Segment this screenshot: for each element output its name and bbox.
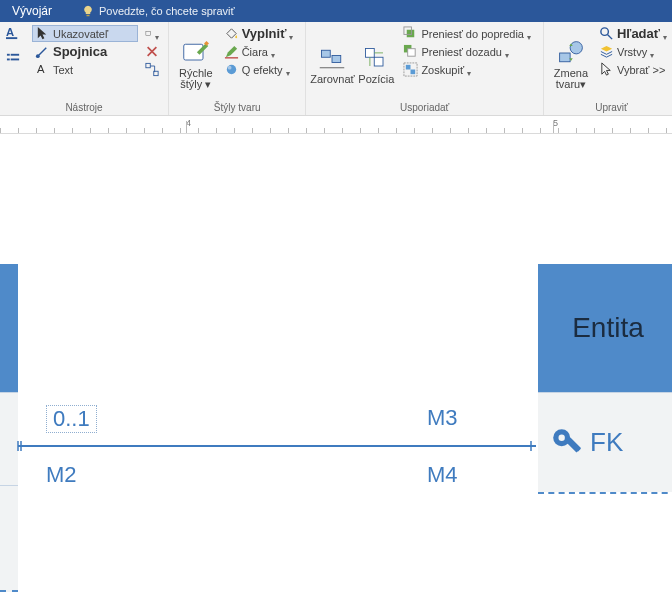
ribbon-tab-developer[interactable]: Vývojár	[0, 0, 64, 22]
rectangle-shape-button[interactable]	[142, 25, 162, 42]
group-icon	[403, 62, 418, 77]
multiplicity-label-m2[interactable]: M2	[46, 462, 77, 488]
lightbulb-icon	[82, 5, 94, 17]
search-icon	[599, 26, 614, 41]
bring-to-front-button[interactable]: Preniesť do popredia	[400, 25, 537, 42]
multiplicity-label-m4[interactable]: M4	[427, 462, 458, 488]
title-bar: Vývojár Povedzte, čo chcete spraviť	[0, 0, 672, 22]
pencil-icon	[224, 44, 239, 59]
multiplicity-label-m3[interactable]: M3	[427, 405, 458, 431]
position-icon	[362, 45, 390, 73]
ribbon-tab-label: Vývojár	[12, 4, 52, 18]
entity-attribute-row[interactable]: FK	[538, 392, 672, 492]
drawing-canvas[interactable]: Entita FK 0..1 M3 M2 M4	[0, 134, 672, 592]
format-painter-a-icon[interactable]: A	[6, 25, 21, 40]
line-button[interactable]: Čiara	[221, 43, 300, 60]
entity-right[interactable]: Entita FK	[538, 264, 672, 494]
key-icon	[550, 426, 584, 460]
text-a-icon: A	[35, 62, 50, 77]
svg-rect-17	[322, 50, 331, 57]
multiplicity-label-01[interactable]: 0..1	[46, 405, 97, 433]
svg-rect-9	[146, 32, 151, 36]
svg-rect-20	[366, 48, 375, 57]
svg-rect-14	[225, 57, 238, 58]
cursor-icon	[35, 26, 50, 41]
layers-button[interactable]: Vrstvy	[596, 43, 672, 60]
svg-rect-2	[6, 37, 17, 39]
fill-button[interactable]: Vyplniť	[221, 25, 300, 42]
effects-icon	[224, 62, 239, 77]
x-icon	[145, 44, 159, 59]
tell-me-placeholder: Povedzte, čo chcete spraviť	[99, 5, 235, 17]
ribbon: A Ukazovateľ Spojnica A Text	[0, 22, 672, 116]
svg-rect-18	[332, 55, 341, 62]
svg-point-33	[601, 28, 609, 36]
bucket-icon	[224, 26, 239, 41]
list-icon[interactable]	[6, 51, 21, 66]
svg-rect-0	[87, 15, 90, 17]
svg-text:A: A	[6, 26, 14, 38]
change-shape-icon	[557, 39, 585, 67]
cancel-button[interactable]	[142, 43, 162, 60]
entity-divider	[538, 492, 672, 494]
select-cursor-icon	[599, 62, 614, 77]
svg-rect-31	[560, 53, 571, 62]
connection-point-button[interactable]	[142, 61, 162, 78]
relationship-line[interactable]	[18, 445, 536, 447]
align-icon	[318, 45, 346, 73]
rectangle-icon	[145, 26, 152, 41]
group-tools: A Ukazovateľ Spojnica A Text	[0, 22, 169, 115]
align-button[interactable]: Zarovnať	[310, 24, 354, 101]
layers-icon	[599, 44, 614, 59]
svg-text:A: A	[37, 63, 45, 75]
group-label: Nástroje	[4, 101, 164, 115]
connector-icon	[35, 44, 50, 59]
entity-left-body[interactable]	[0, 392, 18, 592]
connector-tool-button[interactable]: Spojnica	[32, 43, 138, 60]
change-shape-button[interactable]: Zmenatvaru▾	[548, 24, 594, 101]
svg-rect-10	[146, 63, 150, 67]
svg-rect-30	[411, 70, 416, 75]
line-end-left-icon	[16, 439, 30, 453]
group-label: Usporiadať	[310, 101, 539, 115]
group-button[interactable]: Zoskupiť	[400, 61, 537, 78]
position-button[interactable]: Pozícia	[354, 24, 398, 101]
svg-point-37	[559, 434, 565, 440]
group-edit: Zmenatvaru▾ Hľadať Vrstvy Vybrať >> Upra…	[544, 22, 672, 115]
send-to-back-button[interactable]: Preniesť dozadu	[400, 43, 537, 60]
effects-button[interactable]: Q efekty	[221, 61, 300, 78]
svg-rect-5	[7, 59, 10, 61]
svg-rect-6	[11, 59, 19, 61]
group-label: Štýly tvaru	[173, 101, 301, 115]
line-end-right-icon	[524, 439, 538, 453]
svg-rect-4	[11, 54, 19, 56]
fk-label: FK	[590, 427, 623, 458]
pointer-tool-button[interactable]: Ukazovateľ	[32, 25, 138, 42]
send-back-icon	[403, 44, 418, 59]
svg-point-32	[570, 42, 582, 54]
quick-styles-icon	[182, 39, 210, 67]
svg-rect-27	[408, 49, 416, 57]
svg-rect-24	[407, 30, 415, 38]
svg-point-15	[226, 65, 235, 74]
group-label: Upraviť	[548, 101, 672, 115]
horizontal-ruler: 4 5	[0, 116, 672, 134]
find-button[interactable]: Hľadať	[596, 25, 672, 42]
svg-rect-21	[375, 57, 384, 66]
select-button[interactable]: Vybrať >>	[596, 61, 672, 78]
connection-point-icon	[145, 62, 159, 77]
text-tool-button[interactable]: A Text	[32, 61, 138, 78]
entity-title: Entita	[572, 312, 644, 344]
svg-point-16	[227, 66, 231, 70]
svg-rect-3	[7, 54, 10, 56]
svg-rect-29	[406, 65, 411, 70]
tell-me[interactable]: Povedzte, čo chcete spraviť	[64, 5, 235, 17]
group-shape-styles: Rýchleštýly ▾ Vyplniť Čiara Q efekty Štý…	[169, 22, 306, 115]
entity-header[interactable]: Entita	[538, 264, 672, 392]
svg-line-34	[607, 34, 612, 39]
entity-left-header[interactable]	[0, 264, 18, 392]
group-arrange: Zarovnať Pozícia Preniesť do popredia Pr…	[306, 22, 544, 115]
quick-styles-button[interactable]: Rýchleštýly ▾	[173, 24, 219, 101]
bring-front-icon	[403, 26, 418, 41]
